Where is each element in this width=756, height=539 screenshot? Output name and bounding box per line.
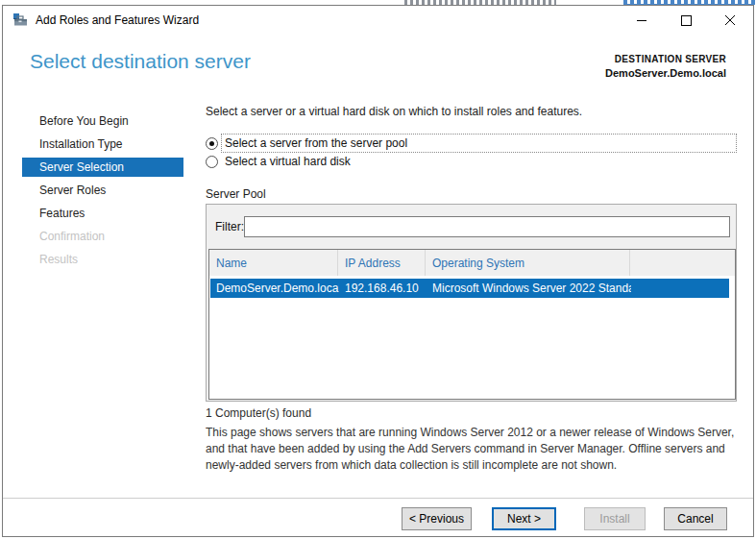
cell-server-name: DemoServer.Demo.local (210, 279, 339, 298)
intro-text: Select a server or a virtual hard disk o… (206, 105, 582, 118)
filter-input[interactable] (244, 216, 730, 237)
footer-separator (3, 498, 753, 499)
radio-option-label: Select a server from the server pool (225, 136, 407, 150)
sidebar-item-confirmation: Confirmation (22, 227, 183, 246)
radio-option-label: Select a virtual hard disk (225, 155, 351, 168)
column-header-empty (630, 250, 735, 276)
sidebar-item-features[interactable]: Features (22, 204, 183, 223)
window-controls (620, 6, 752, 35)
page-title: Select destination server (30, 50, 251, 73)
destination-server-label: DESTINATION SERVER (605, 53, 726, 66)
screen: Add Roles and Features Wizard Select des… (0, 0, 756, 539)
sidebar-item-server-selection[interactable]: Server Selection (22, 158, 183, 177)
table-row-selected[interactable]: DemoServer.Demo.local 192.168.46.10 Micr… (210, 279, 729, 298)
computers-found-count: 1 Computer(s) found (206, 406, 311, 420)
next-button[interactable]: Next > (492, 507, 556, 530)
wizard-toolbox-icon (12, 12, 28, 28)
column-header-operating-system[interactable]: Operating System (426, 250, 630, 276)
radio-option-virtual-hard-disk[interactable]: Select a virtual hard disk (206, 154, 737, 169)
minimize-icon[interactable] (620, 6, 664, 35)
cancel-button[interactable]: Cancel (664, 507, 727, 530)
column-header-name[interactable]: Name (209, 250, 338, 276)
destination-server-block: DESTINATION SERVER DemoServer.Demo.local (605, 53, 726, 80)
server-pool-group: Filter: Name IP Address Operating System… (206, 204, 737, 402)
column-header-ip-address[interactable]: IP Address (338, 250, 426, 276)
sidebar-item-server-roles[interactable]: Server Roles (22, 181, 183, 200)
wizard-steps-sidebar: Before You Begin Installation Type Serve… (22, 111, 183, 273)
install-button: Install (584, 507, 646, 530)
sidebar-item-installation-type[interactable]: Installation Type (22, 135, 183, 154)
title-bar[interactable]: Add Roles and Features Wizard (3, 6, 753, 35)
cell-operating-system: Microsoft Windows Server 2022 Standard (427, 279, 631, 298)
previous-button[interactable]: < Previous (402, 507, 472, 530)
filter-label: Filter: (215, 220, 244, 233)
radio-button-selected-icon[interactable] (206, 137, 218, 150)
table-header-row: Name IP Address Operating System (209, 250, 735, 276)
maximize-icon[interactable] (664, 6, 708, 35)
window-title: Add Roles and Features Wizard (36, 13, 199, 27)
sidebar-item-before-you-begin[interactable]: Before You Begin (22, 111, 183, 131)
close-icon[interactable] (708, 6, 752, 35)
cell-empty (631, 279, 729, 298)
cell-ip-address: 192.168.46.10 (339, 279, 427, 298)
radio-button-icon[interactable] (206, 156, 218, 168)
page-description: This page shows servers that are running… (206, 425, 737, 474)
radio-option-server-pool[interactable]: Select a server from the server pool (206, 135, 737, 151)
sidebar-item-results: Results (22, 250, 183, 269)
server-pool-table: Name IP Address Operating System DemoSer… (208, 249, 736, 400)
wizard-window: Add Roles and Features Wizard Select des… (2, 5, 754, 537)
server-pool-label: Server Pool (206, 187, 266, 201)
destination-server-name: DemoServer.Demo.local (605, 66, 726, 80)
